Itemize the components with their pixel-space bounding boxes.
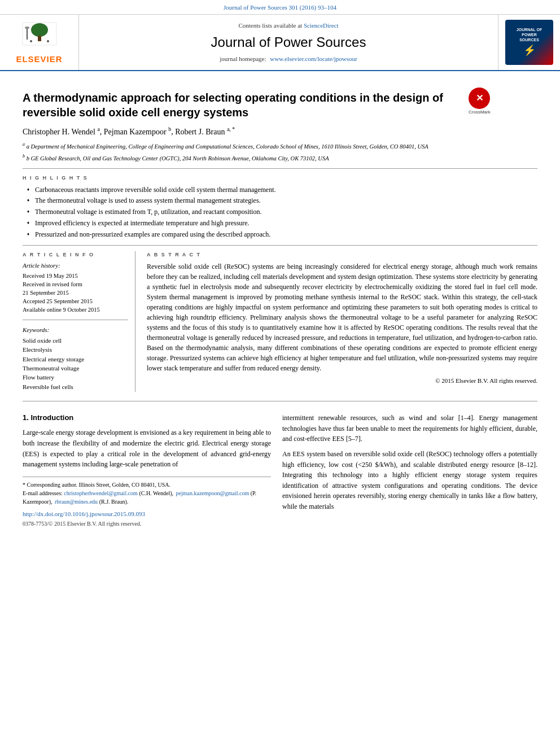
abstract-col: A B S T R A C T Reversible solid oxide c… [147, 251, 537, 392]
accepted-date: Accepted 25 September 2015 [23, 298, 128, 305]
received-date: Received 19 May 2015 [23, 272, 128, 280]
doi-link[interactable]: http://dx.doi.org/10.1016/j.jpowsour.201… [23, 510, 145, 517]
elsevier-logo-section: ELSEVIER [0, 15, 79, 70]
divider-1 [23, 168, 537, 169]
crossmark-icon: ✕ [469, 88, 490, 109]
divider-2 [23, 245, 537, 246]
footnotes: * Corresponding author. Illinois Street,… [23, 477, 271, 528]
received-revised-label: Received in revised form [23, 281, 128, 289]
keyword-item: Electrolysis [23, 346, 128, 354]
info-abstract-section: A R T I C L E I N F O Article history: R… [23, 251, 537, 392]
article-title: A thermodynamic approach for selecting o… [23, 90, 463, 120]
power-sources-logo: JOURNAL OFPOWERSOURCES ⚡ [505, 20, 553, 65]
elsevier-brand-text: ELSEVIER [16, 53, 62, 65]
introduction-section: 1. Introduction Large-scale energy stora… [23, 413, 537, 528]
abstract-text: Reversible solid oxide cell (ReSOC) syst… [147, 261, 537, 373]
elsevier-tree-icon [20, 20, 59, 51]
highlights-section: H I G H L I G H T S Carbonaceous reactan… [23, 174, 537, 239]
abstract-header: A B S T R A C T [147, 251, 537, 259]
received-revised-date: 21 September 2015 [23, 289, 128, 297]
intro-left-col: 1. Introduction Large-scale energy stora… [23, 413, 271, 528]
crossmark-badge: ✕ CrossMark [469, 88, 491, 115]
intro-para-2: intermittent renewable resources, such a… [282, 413, 537, 444]
available-online-date: Available online 9 October 2015 [23, 306, 128, 314]
article-info-col: A R T I C L E I N F O Article history: R… [23, 251, 135, 392]
authors-line: Christopher H. Wendel a, Pejman Kazempoo… [23, 125, 537, 137]
title-section: A thermodynamic approach for selecting o… [23, 90, 537, 125]
journal-center: Contents lists available at ScienceDirec… [79, 15, 498, 70]
article-history: Article history: Received 19 May 2015 Re… [23, 261, 128, 314]
list-item: Pressurized and non-pressurized examples… [27, 230, 537, 239]
main-content: A thermodynamic approach for selecting o… [0, 71, 560, 528]
affiliation-a: a a Department of Mechanical Engineering… [23, 141, 537, 151]
intro-section-title: 1. Introduction [23, 413, 271, 423]
journal-header: ELSEVIER Contents lists available at Sci… [0, 15, 560, 71]
intro-para-1: Large-scale energy storage development i… [23, 427, 271, 469]
keywords-section: Keywords: Solid oxide cell Electrolysis … [23, 326, 128, 391]
corresponding-author: * Corresponding author. Illinois Street,… [23, 480, 271, 489]
svg-rect-3 [27, 28, 28, 40]
science-direct-link[interactable]: ScienceDirect [304, 22, 339, 29]
doi-line: http://dx.doi.org/10.1016/j.jpowsour.201… [23, 509, 271, 519]
keywords-title: Keywords: [23, 326, 128, 334]
article-history-title: Article history: [23, 261, 128, 270]
list-item: Thermoneutral voltage is estimated from … [27, 207, 537, 217]
journal-reference: Journal of Power Sources 301 (2016) 93–1… [0, 0, 560, 15]
svg-rect-2 [38, 36, 41, 41]
keyword-item: Reversible fuel cells [23, 383, 128, 391]
divider-3 [23, 401, 537, 401]
email1-link[interactable]: christopherhwendel@gmail.com [64, 490, 138, 496]
list-item: Improved efficiency is expected at inter… [27, 219, 537, 228]
list-item: The thermoneutral voltage is used to ass… [27, 196, 537, 206]
journal-ref-text: Journal of Power Sources 301 (2016) 93–1… [224, 4, 336, 11]
highlights-header: H I G H L I G H T S [23, 174, 537, 182]
svg-point-5 [30, 40, 32, 42]
svg-point-6 [47, 40, 49, 42]
email-addresses: E-mail addresses: christopherhwendel@gma… [23, 489, 271, 506]
keyword-item: Flow battery [23, 373, 128, 382]
intro-para-3: An EES system based on reversible solid … [282, 449, 537, 512]
svg-point-1 [31, 23, 48, 37]
homepage-url-link[interactable]: www.elsevier.com/locate/jpowsour [270, 55, 357, 62]
article-info-header: A R T I C L E I N F O [23, 251, 128, 259]
list-item: Carbonaceous reactants improve reversibl… [27, 185, 537, 195]
svg-point-4 [25, 27, 29, 29]
keyword-item: Solid oxide cell [23, 337, 128, 345]
affiliation-b: b b GE Global Research, Oil and Gas Tech… [23, 153, 537, 163]
highlights-list: Carbonaceous reactants improve reversibl… [27, 185, 537, 239]
copyright-line: © 2015 Elsevier B.V. All rights reserved… [147, 377, 537, 385]
contents-available-line: Contents lists available at ScienceDirec… [238, 21, 338, 30]
email3-link[interactable]: rbraun@mines.edu [55, 499, 98, 505]
email2-link[interactable]: pejman.kazempoon@gmail.com [176, 490, 250, 496]
homepage-line: journal homepage: www.elsevier.com/locat… [220, 55, 357, 63]
journal-logo-right: JOURNAL OFPOWERSOURCES ⚡ [498, 15, 560, 70]
divider-keywords [23, 320, 128, 320]
keyword-item: Electrical energy storage [23, 355, 128, 364]
issn-line: 0378-7753/© 2015 Elsevier B.V. All right… [23, 519, 271, 528]
intro-right-col: intermittent renewable resources, such a… [282, 413, 537, 528]
journal-title: Journal of Power Sources [211, 33, 366, 52]
keyword-item: Thermoneutral voltage [23, 364, 128, 373]
